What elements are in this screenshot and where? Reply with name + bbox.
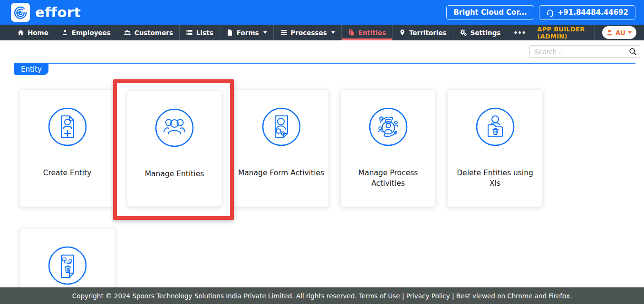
nav-item-more[interactable]: •••	[507, 25, 532, 40]
logo-text: effort	[35, 4, 81, 20]
card-label: Create Entity	[24, 168, 111, 178]
location-pin-icon	[399, 29, 406, 36]
nav-item-settings[interactable]: Settings	[453, 25, 508, 40]
nav-item-home[interactable]: Home	[10, 25, 55, 40]
target-arrow-icon	[14, 6, 27, 19]
card-create-entity[interactable]: Create Entity	[19, 89, 115, 207]
effort-logo[interactable]	[11, 3, 30, 22]
footer-best-viewed: Best viewed on Chrome and Firefox.	[456, 292, 572, 300]
copy-files-icon	[348, 29, 355, 36]
chevron-down-icon	[263, 31, 267, 34]
role-label: APP BUILDER (ADMIN)	[532, 25, 592, 40]
card-manage-form-activities[interactable]: Manage Form Activities	[233, 89, 329, 207]
card-label: Delete Entities using Xls	[452, 168, 538, 189]
card-label: Manage Form Activities	[238, 168, 325, 178]
nav-item-forms[interactable]: Forms	[220, 25, 274, 40]
delete-process-document-icon	[48, 246, 87, 285]
card-delete-entities-xls[interactable]: Delete Entities using Xls	[447, 89, 543, 207]
footer-copyright: Copyright © 2024 Spoors Technology Solut…	[72, 292, 357, 300]
create-entity-icon	[48, 107, 87, 147]
user-icon	[606, 29, 613, 36]
search-box	[529, 45, 640, 58]
delete-entities-xls-icon	[475, 107, 515, 147]
home-icon	[17, 29, 24, 36]
list-icon	[186, 29, 193, 36]
nav-item-processes[interactable]: Processes	[274, 25, 342, 40]
phone-button-label: +91.84484.44692	[557, 8, 628, 17]
chevron-down-icon	[628, 31, 632, 34]
user-menu[interactable]: AU	[602, 26, 636, 39]
footer: Copyright © 2024 Spoors Technology Solut…	[0, 287, 644, 304]
manage-process-activities-icon	[368, 107, 408, 147]
phone-button[interactable]: +91.84484.44692	[539, 5, 635, 20]
section-divider	[14, 63, 635, 64]
user-initials: AU	[615, 29, 625, 37]
card-label: Manage Process Activities	[345, 168, 432, 189]
search-icon[interactable]	[629, 48, 637, 56]
manage-entities-icon	[154, 108, 194, 148]
card-manage-process-activities[interactable]: Manage Process Activities	[340, 89, 436, 207]
manage-form-activities-icon	[261, 107, 301, 147]
nav-item-customers[interactable]: Customers	[117, 25, 180, 40]
stack-icon	[280, 29, 288, 36]
card-label: Manage Entities	[131, 169, 218, 179]
app-header: effort Bright Cloud Cor... +91.84484.446…	[0, 0, 644, 25]
headset-icon	[546, 9, 554, 17]
nav-separator	[594, 25, 595, 40]
search-input[interactable]	[529, 45, 640, 58]
tab-entity[interactable]: Entity	[14, 64, 48, 75]
nav-item-territories[interactable]: Territories	[393, 25, 453, 40]
company-button[interactable]: Bright Cloud Cor...	[446, 5, 534, 20]
card-manage-entities[interactable]: Manage Entities	[127, 90, 222, 207]
chevron-down-icon	[331, 31, 335, 34]
person-icon	[61, 29, 68, 36]
nav-item-lists[interactable]: Lists	[180, 25, 220, 40]
page: effort Bright Cloud Cor... +91.84484.446…	[0, 0, 644, 304]
gears-icon	[460, 29, 467, 37]
main-nav: Home Employees Customers	[0, 25, 644, 40]
company-button-label: Bright Cloud Cor...	[453, 8, 527, 17]
file-icon	[226, 29, 233, 36]
ellipsis-icon: •••	[513, 29, 526, 37]
nav-item-entities[interactable]: Entities	[342, 25, 393, 40]
terms-of-use-link[interactable]: Terms of Use	[359, 292, 400, 300]
nav-item-employees[interactable]: Employees	[55, 25, 117, 40]
privacy-policy-link[interactable]: Privacy Policy	[406, 292, 450, 300]
people-icon	[124, 29, 131, 36]
